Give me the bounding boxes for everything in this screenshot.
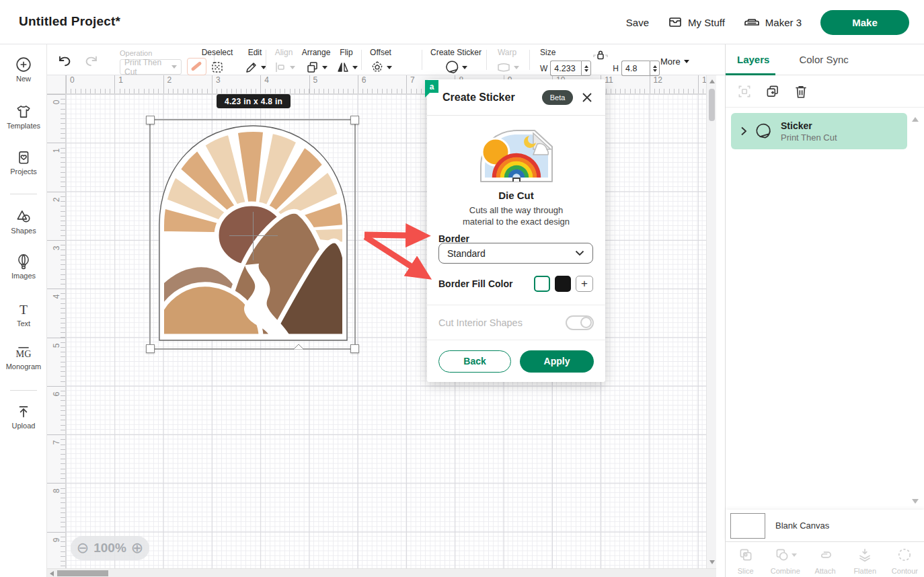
scroll-up-icon[interactable] bbox=[912, 117, 919, 122]
text-icon: T bbox=[15, 301, 32, 317]
resize-handle-bottom-left[interactable] bbox=[146, 344, 155, 353]
sidebar-item-label: New bbox=[0, 75, 47, 83]
close-icon[interactable] bbox=[581, 91, 593, 104]
width-input[interactable] bbox=[550, 61, 581, 76]
fill-swatch-white-selected[interactable] bbox=[534, 276, 550, 292]
chevron-down-icon bbox=[387, 66, 392, 69]
trash-icon[interactable] bbox=[793, 83, 809, 100]
align-button: Align bbox=[268, 48, 300, 75]
create-sticker-button[interactable]: Create Sticker bbox=[425, 48, 487, 75]
toolbar-separator bbox=[266, 50, 266, 70]
machine-select-button[interactable]: Maker 3 bbox=[744, 15, 802, 30]
cut-interior-toggle[interactable] bbox=[566, 315, 594, 330]
paperclip-icon bbox=[817, 547, 833, 563]
resize-handle-top-left[interactable] bbox=[146, 116, 155, 124]
deselect-icon bbox=[196, 60, 238, 75]
add-color-button[interactable]: + bbox=[576, 276, 593, 292]
design-canvas[interactable]: 012345678910111213 0123456789 bbox=[47, 75, 725, 577]
sidebar-divider bbox=[10, 390, 37, 391]
zoom-in-icon[interactable]: ⊕ bbox=[131, 539, 143, 557]
flip-button[interactable]: Flip bbox=[332, 48, 360, 75]
sidebar-item-shapes[interactable]: Shapes bbox=[0, 208, 47, 235]
sidebar-item-upload[interactable]: Upload bbox=[0, 403, 47, 430]
height-stepper[interactable] bbox=[650, 61, 660, 76]
edit-toolbar: Operation Print Then Cut Deselect Edit A… bbox=[47, 44, 725, 75]
ruler-number: 3 bbox=[212, 75, 221, 94]
zoom-out-icon[interactable]: ⊖ bbox=[77, 539, 89, 557]
canvas-color-swatch[interactable] bbox=[730, 513, 765, 539]
fill-swatch-black[interactable] bbox=[555, 276, 571, 292]
sidebar-item-new[interactable]: New bbox=[0, 56, 47, 83]
ruler-number: 6 bbox=[358, 75, 367, 94]
border-select[interactable]: Standard bbox=[438, 243, 593, 264]
align-icon bbox=[268, 60, 300, 75]
sidebar-item-projects[interactable]: Projects bbox=[0, 149, 47, 176]
flip-icon bbox=[332, 60, 360, 75]
offset-button[interactable]: Offset bbox=[363, 48, 398, 75]
duplicate-icon[interactable] bbox=[765, 83, 781, 100]
layer-texts: Sticker Print Then Cut bbox=[781, 120, 837, 143]
chevron-right-icon[interactable] bbox=[740, 126, 747, 136]
save-button[interactable]: Save bbox=[626, 17, 649, 28]
ruler-number: 12 bbox=[650, 75, 662, 94]
scrollbar-thumb[interactable] bbox=[709, 89, 715, 121]
chevron-down-icon bbox=[575, 250, 584, 256]
layer-item-sticker[interactable]: Sticker Print Then Cut bbox=[731, 113, 907, 149]
ruler-number: 4 bbox=[47, 288, 66, 301]
offset-label: Offset bbox=[370, 48, 391, 57]
scroll-up-icon[interactable] bbox=[709, 79, 715, 83]
slice-button: Slice bbox=[726, 542, 765, 577]
zoom-control: ⊖ 100% ⊕ bbox=[71, 536, 149, 560]
canvas-vertical-scrollbar[interactable] bbox=[706, 75, 716, 568]
canvas-horizontal-scrollbar[interactable] bbox=[47, 568, 716, 577]
ruler-number: 6 bbox=[47, 386, 66, 399]
project-card-icon bbox=[15, 149, 32, 165]
ruler-number: 13 bbox=[698, 75, 706, 94]
back-button[interactable]: Back bbox=[438, 350, 511, 373]
more-button[interactable]: More bbox=[660, 56, 689, 67]
sidebar-item-monogram[interactable]: MG Monogram bbox=[0, 344, 47, 371]
edit-label: Edit bbox=[248, 48, 262, 57]
edit-button[interactable]: Edit bbox=[238, 48, 272, 75]
border-fill-row: Border Fill Color + bbox=[438, 276, 593, 292]
resize-handle-bottom-right[interactable] bbox=[350, 344, 359, 353]
size-lock-button[interactable] bbox=[593, 48, 613, 62]
die-cut-description: Cuts all the way through material to the… bbox=[427, 204, 605, 227]
scroll-left-icon[interactable] bbox=[50, 571, 54, 576]
sidebar-item-label: Shapes bbox=[0, 227, 47, 235]
project-title[interactable]: Untitled Project* bbox=[19, 14, 120, 29]
resize-handle-top-right[interactable] bbox=[350, 116, 359, 124]
svg-text:MG: MG bbox=[16, 348, 32, 359]
tab-color-sync[interactable]: Color Sync bbox=[799, 54, 848, 65]
die-cut-title: Die Cut bbox=[427, 190, 605, 201]
height-input[interactable] bbox=[621, 61, 650, 76]
width-stepper[interactable] bbox=[581, 61, 591, 76]
make-button[interactable]: Make bbox=[820, 10, 909, 35]
sidebar-item-label: Monogram bbox=[0, 362, 47, 371]
panel-footer: Back Apply bbox=[427, 340, 605, 382]
sticker-icon bbox=[755, 122, 773, 140]
scroll-down-icon[interactable] bbox=[912, 499, 919, 504]
scroll-down-icon[interactable] bbox=[709, 560, 715, 564]
selection-box[interactable] bbox=[149, 119, 356, 350]
tab-layers[interactable]: Layers bbox=[737, 54, 769, 65]
deselect-button[interactable]: Deselect bbox=[196, 48, 238, 75]
apply-button[interactable]: Apply bbox=[520, 350, 594, 373]
hot-air-balloon-icon bbox=[15, 254, 32, 270]
combine-icon bbox=[774, 547, 797, 563]
make-label: Make bbox=[852, 17, 878, 28]
ruler-number: 1 bbox=[114, 75, 123, 94]
sidebar-item-text[interactable]: T Text bbox=[0, 301, 47, 328]
align-label: Align bbox=[275, 48, 293, 57]
scrollbar-thumb[interactable] bbox=[57, 570, 108, 576]
my-stuff-button[interactable]: My Stuff bbox=[668, 15, 725, 30]
sidebar-item-templates[interactable]: Templates bbox=[0, 104, 47, 130]
arrange-button[interactable]: Arrange bbox=[297, 48, 335, 75]
operation-select[interactable]: Print Then Cut bbox=[120, 59, 182, 75]
cut-interior-label: Cut Interior Shapes bbox=[438, 317, 523, 328]
redo-button[interactable] bbox=[82, 54, 100, 69]
undo-button[interactable] bbox=[56, 54, 74, 69]
deselect-label: Deselect bbox=[202, 48, 233, 57]
sidebar-item-images[interactable]: Images bbox=[0, 254, 47, 280]
selection-notch bbox=[293, 344, 304, 350]
